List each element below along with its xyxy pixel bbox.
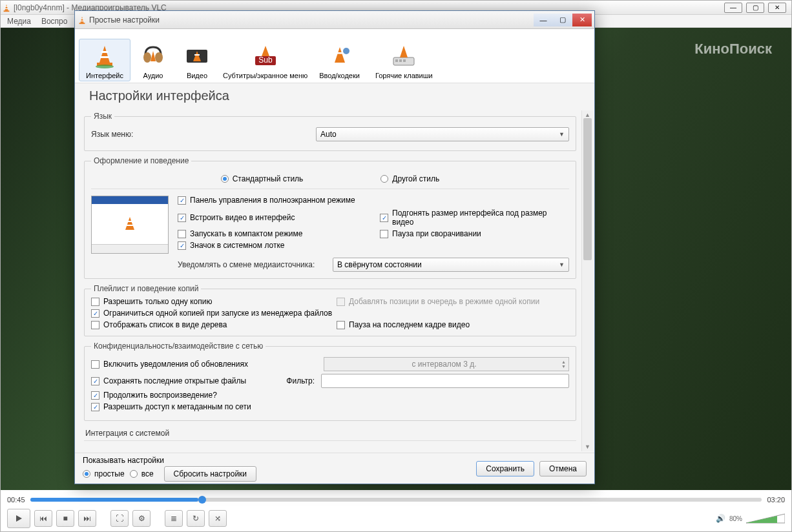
spinner-value: с интервалом 3 д. — [412, 360, 477, 369]
chk-tree-view[interactable]: Отображать список в виде дерева — [91, 320, 324, 329]
chevron-down-icon: ▼ — [559, 261, 565, 268]
prefs-footer: Показывать настройки простые все Сбросит… — [75, 453, 594, 484]
menu-language-select[interactable]: Auto ▼ — [316, 127, 569, 141]
play-button[interactable] — [7, 509, 30, 528]
playlist-button[interactable]: ≣ — [165, 510, 183, 527]
prefs-body: Настройки интерфейса ▲ ▼ Язык Язык меню:… — [75, 83, 594, 453]
category-label: Аудио — [143, 72, 163, 79]
show-settings-group: Показывать настройки простые все Сбросит… — [83, 456, 256, 482]
style-custom-radio[interactable]: Другой стиль — [380, 174, 439, 183]
chk-tray-icon[interactable]: Значок в системном лотке — [178, 241, 367, 250]
interface-icon — [90, 42, 119, 70]
category-label: Интерфейс — [86, 72, 123, 79]
prefs-heading: Настройки интерфейса — [75, 83, 594, 110]
menu-media[interactable]: Медиа — [3, 15, 35, 27]
os-integration-header: Интеграция с системой — [84, 426, 576, 441]
next-button[interactable]: ⏭ — [78, 510, 96, 527]
chk-one-from-fm[interactable]: Ограничиться одной копией при запуске из… — [91, 309, 569, 318]
svg-rect-35 — [126, 225, 134, 226]
fullscreen-button[interactable]: ⛶ — [110, 510, 129, 527]
chk-one-instance[interactable]: Разрешить только одну копию — [91, 297, 324, 306]
spin-down-icon[interactable]: ▼ — [561, 364, 566, 369]
audio-icon — [139, 42, 167, 70]
category-subtitles[interactable]: Sub Субтитры/экранное меню — [220, 39, 311, 81]
save-button[interactable]: Сохранить — [476, 461, 534, 476]
reset-button[interactable]: Сбросить настройки — [164, 466, 256, 482]
menu-playback[interactable]: Воспро — [37, 15, 72, 27]
seek-handle[interactable] — [198, 496, 206, 504]
hotkeys-icon — [390, 42, 418, 70]
loop-button[interactable]: ↻ — [187, 510, 205, 527]
language-group: Язык Язык меню: Auto ▼ — [84, 112, 576, 151]
time-current: 00:45 — [7, 496, 25, 504]
dialog-minimize-button[interactable]: — — [534, 14, 553, 26]
category-bar: Интерфейс Аудио Видео Sub Субтитры/экран… — [75, 29, 594, 83]
vlc-cone-icon — [2, 3, 11, 12]
chk-updates[interactable]: Включить уведомления об обновлениях — [91, 360, 318, 369]
category-audio[interactable]: Аудио — [132, 39, 174, 81]
minimize-button[interactable]: — — [724, 3, 742, 13]
cancel-button[interactable]: Отмена — [539, 461, 587, 476]
ext-settings-button[interactable]: ⚙ — [132, 510, 151, 527]
svg-rect-2 — [5, 6, 7, 6]
volume-slider[interactable] — [746, 513, 785, 524]
prev-button[interactable]: ⏮ — [34, 510, 52, 527]
scrollbar[interactable]: ▲ ▼ — [581, 110, 593, 451]
show-simple-radio[interactable]: простые — [83, 469, 125, 478]
shuffle-button[interactable]: ⤨ — [209, 510, 227, 527]
stop-button[interactable]: ■ — [56, 510, 74, 527]
svg-rect-8 — [79, 23, 85, 24]
chk-pause-last-frame[interactable]: Пауза на последнем кадре видео — [337, 320, 569, 329]
chk-resize-interface[interactable]: Подгонять размер интерфейса под размер в… — [380, 209, 569, 227]
chk-compact-mode[interactable]: Запускать в компактом режиме — [178, 229, 367, 238]
chk-pause-minimize[interactable]: Пауза при сворачивании — [380, 229, 569, 238]
svg-marker-7 — [80, 16, 83, 23]
dialog-maximize-button[interactable]: ▢ — [553, 14, 572, 26]
video-icon — [183, 42, 211, 70]
timeline-row: 00:45 03:20 — [7, 494, 785, 506]
svg-point-16 — [143, 52, 151, 63]
category-hotkeys[interactable]: Горячие клавиши — [368, 39, 440, 81]
seek-slider[interactable] — [30, 498, 762, 502]
preferences-dialog: Простые настройки — ▢ ✕ Интерфейс Аудио … — [74, 10, 595, 484]
category-interface[interactable]: Интерфейс — [79, 39, 130, 81]
chk-recent-files[interactable]: Сохранять последние открытые файлы — [91, 376, 272, 385]
playlist-group: Плейлист и поведение копий Разрешить тол… — [84, 284, 576, 336]
chk-metadata-network[interactable]: Разрешить доступ к метаданным по сети — [91, 402, 251, 411]
chk-embed-video[interactable]: Встроить видео в интерфейс — [178, 209, 367, 227]
vlc-cone-icon — [78, 15, 87, 25]
spin-up-icon[interactable]: ▲ — [561, 360, 566, 364]
category-input[interactable]: Ввод/кодеки — [312, 39, 367, 81]
speaker-icon[interactable]: 🔊 — [716, 514, 725, 523]
language-legend: Язык — [91, 112, 114, 121]
svg-rect-1 — [4, 10, 10, 12]
subtitles-icon: Sub — [251, 42, 280, 70]
svg-marker-0 — [5, 4, 8, 10]
svg-rect-34 — [127, 221, 133, 222]
select-value: Auto — [320, 130, 337, 139]
svg-rect-21 — [194, 54, 200, 56]
scroll-down-icon[interactable]: ▼ — [582, 442, 593, 451]
svg-marker-24 — [262, 46, 269, 56]
update-interval-spinner[interactable]: с интервалом 3 д. ▲▼ — [324, 357, 569, 371]
main-window-controls: — ▢ ✕ — [724, 3, 790, 13]
dialog-close-button[interactable]: ✕ — [572, 14, 592, 26]
scroll-area: Язык Язык меню: Auto ▼ Оформление и пове… — [84, 109, 579, 453]
chk-fullscreen-panel[interactable]: Панель управления в полноэкранном режиме — [178, 196, 569, 205]
privacy-group: Конфиденциальность/взаимодействие с сеть… — [84, 342, 576, 421]
maximize-button[interactable]: ▢ — [746, 3, 764, 13]
svg-point-17 — [155, 52, 163, 63]
category-video[interactable]: Видео — [176, 39, 218, 81]
close-button[interactable]: ✕ — [768, 3, 786, 13]
volume-area: 🔊 80% — [716, 513, 785, 524]
scroll-thumb[interactable] — [583, 118, 592, 260]
svg-point-27 — [343, 48, 349, 54]
style-standard-radio[interactable]: Стандартный стиль — [221, 174, 304, 183]
svg-text:Sub: Sub — [258, 56, 273, 65]
show-all-radio[interactable]: все — [130, 469, 154, 478]
chk-continue-playback[interactable]: Продолжить воспроизведение? — [91, 391, 217, 400]
filter-input[interactable] — [321, 374, 569, 388]
notify-select[interactable]: В свёрнутом состоянии ▼ — [333, 258, 569, 272]
select-value: В свёрнутом состоянии — [337, 260, 422, 269]
svg-point-15 — [96, 65, 114, 68]
